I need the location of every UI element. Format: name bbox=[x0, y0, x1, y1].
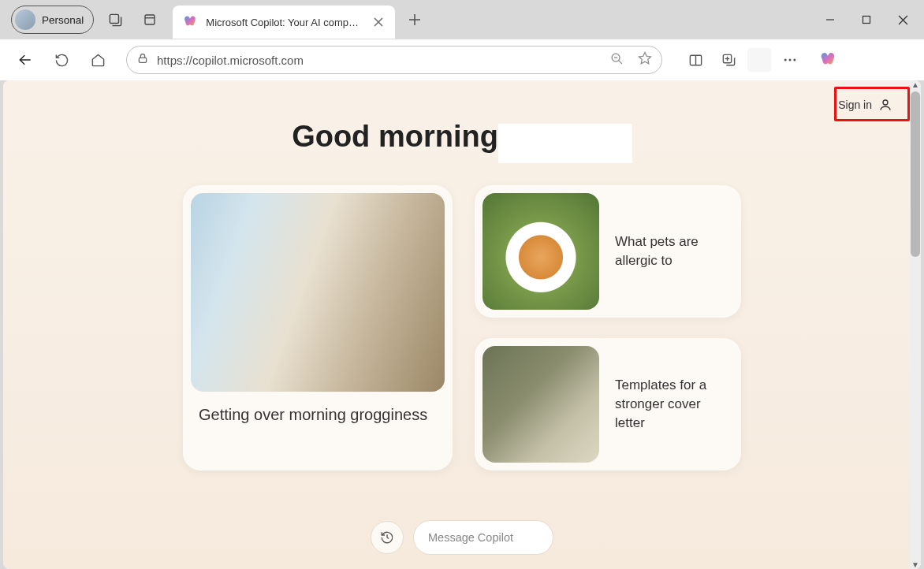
more-menu-icon[interactable] bbox=[776, 46, 804, 74]
message-bar-area: Message Copilot bbox=[371, 520, 553, 555]
refresh-button[interactable] bbox=[47, 46, 76, 74]
new-tab-button[interactable] bbox=[401, 6, 428, 33]
card-pet-allergies[interactable]: What pets are allergic to bbox=[475, 185, 741, 318]
minimize-button[interactable] bbox=[812, 6, 848, 33]
split-screen-icon[interactable] bbox=[681, 46, 710, 74]
scroll-up-icon[interactable]: ▲ bbox=[911, 80, 919, 89]
sign-in-button[interactable]: Sign in bbox=[827, 91, 904, 118]
card-cover-letter[interactable]: Templates for a stronger cover letter bbox=[475, 338, 741, 470]
profile-label: Personal bbox=[42, 14, 84, 26]
svg-point-24 bbox=[793, 59, 795, 61]
card-title: Templates for a stronger cover letter bbox=[615, 376, 733, 432]
copilot-favicon-icon bbox=[182, 14, 198, 30]
card-title: Getting over morning grogginess bbox=[191, 392, 445, 440]
svg-rect-8 bbox=[863, 17, 870, 24]
svg-point-23 bbox=[789, 59, 792, 61]
workspaces-icon[interactable] bbox=[102, 6, 129, 33]
card-title: What pets are allergic to bbox=[615, 232, 733, 270]
copilot-sidebar-icon[interactable] bbox=[814, 46, 842, 74]
card-image-letter bbox=[482, 346, 599, 463]
profile-avatar bbox=[15, 9, 35, 30]
tab-title: Microsoft Copilot: Your AI companion bbox=[206, 17, 363, 28]
svg-point-25 bbox=[883, 100, 888, 105]
collections-icon[interactable] bbox=[714, 46, 743, 74]
card-morning-grogginess[interactable]: Getting over morning grogginess bbox=[183, 185, 453, 470]
scroll-down-icon[interactable]: ▼ bbox=[911, 560, 919, 569]
svg-rect-1 bbox=[145, 15, 155, 24]
message-input[interactable]: Message Copilot bbox=[413, 520, 553, 555]
suggestion-cards: Getting over morning grogginess What pet… bbox=[3, 185, 921, 470]
history-button[interactable] bbox=[371, 521, 404, 554]
card-image-dog bbox=[482, 193, 599, 310]
lock-icon[interactable] bbox=[136, 52, 149, 68]
extension-placeholder[interactable] bbox=[747, 48, 771, 72]
home-button[interactable] bbox=[84, 46, 112, 74]
back-button[interactable] bbox=[11, 46, 39, 74]
card-image-curtains bbox=[191, 193, 445, 392]
svg-line-14 bbox=[619, 60, 622, 63]
browser-toolbar: https://copilot.microsoft.com bbox=[0, 39, 924, 80]
profile-switcher[interactable]: Personal bbox=[11, 6, 94, 34]
svg-marker-16 bbox=[639, 53, 651, 64]
favorite-icon[interactable] bbox=[638, 51, 652, 69]
history-icon bbox=[380, 530, 394, 545]
browser-tab[interactable]: Microsoft Copilot: Your AI companion bbox=[173, 6, 395, 39]
sign-in-label: Sign in bbox=[838, 99, 872, 111]
redacted-name bbox=[498, 124, 632, 163]
scroll-thumb[interactable] bbox=[911, 91, 920, 257]
svg-rect-12 bbox=[139, 58, 146, 62]
user-icon bbox=[878, 98, 892, 112]
svg-point-22 bbox=[784, 59, 787, 61]
close-window-button[interactable] bbox=[885, 6, 921, 33]
window-controls bbox=[812, 6, 921, 33]
message-placeholder: Message Copilot bbox=[428, 531, 513, 544]
svg-rect-0 bbox=[110, 14, 118, 23]
address-bar[interactable]: https://copilot.microsoft.com bbox=[126, 46, 662, 74]
page-viewport: Sign in Good morning Getting over mornin… bbox=[3, 80, 921, 569]
tab-close-button[interactable] bbox=[371, 15, 386, 29]
maximize-button[interactable] bbox=[848, 6, 885, 33]
url-text: https://copilot.microsoft.com bbox=[157, 54, 602, 67]
zoom-out-icon[interactable] bbox=[610, 52, 624, 69]
tab-actions-icon[interactable] bbox=[136, 6, 163, 33]
greeting-text: Good morning bbox=[292, 120, 498, 154]
vertical-scrollbar[interactable]: ▲ ▼ bbox=[910, 80, 921, 569]
browser-titlebar: Personal Microsoft Copilot: Your AI comp… bbox=[0, 0, 924, 39]
